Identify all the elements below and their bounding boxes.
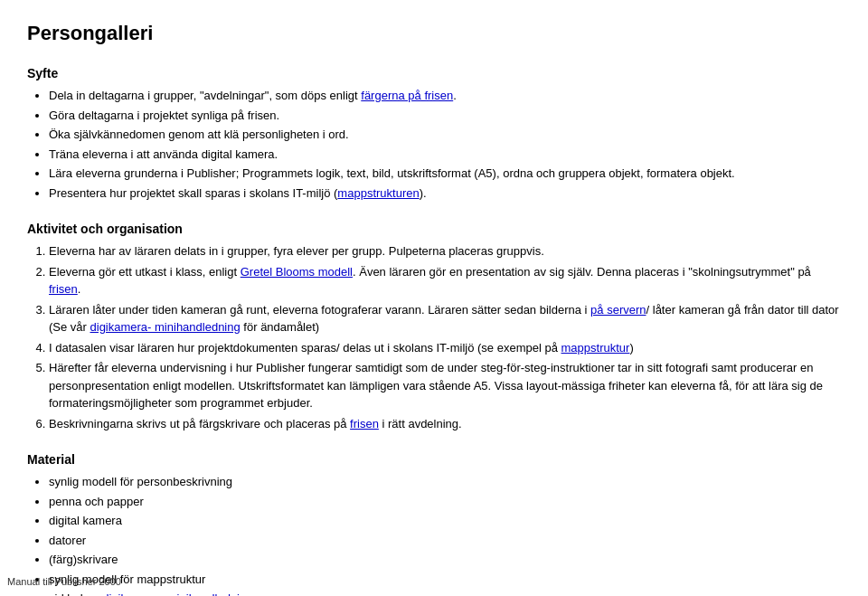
item5-text: Härefter får eleverna undervisning i hur… xyxy=(49,361,823,410)
list-item: synlig modell för personbeskrivning xyxy=(49,473,841,491)
item2-before: Eleverna gör ett utkast i klass, enligt xyxy=(49,265,241,279)
footer-text: Manual till Publisher 2000 xyxy=(7,576,121,587)
bullet5-text: Lära eleverna grunderna i Publisher; Pro… xyxy=(49,166,735,180)
list-item: (färg)skrivare xyxy=(49,551,841,569)
item3-before: Läraren låter under tiden kameran gå run… xyxy=(49,303,590,317)
frisen-link-6[interactable]: frisen xyxy=(350,417,379,430)
item2-mid: . Även läraren gör en presentation av si… xyxy=(353,265,811,279)
list-item: Presentera hur projektet skall sparas i … xyxy=(49,184,841,203)
aktivitet-heading: Aktivitet och organisation xyxy=(27,220,841,239)
list-item: Härefter får eleverna undervisning i hur… xyxy=(49,359,841,412)
mat1: synlig modell för personbeskrivning xyxy=(49,475,232,488)
syfte-heading: Syfte xyxy=(27,64,841,83)
item4-after: ) xyxy=(629,341,633,355)
list-item: Göra deltagarna i projektet synliga på f… xyxy=(49,107,841,125)
mat7-before: vid behov xyxy=(49,591,102,596)
mat5: (färg)skrivare xyxy=(49,553,118,566)
list-item: digital kamera xyxy=(49,512,841,530)
mat2: penna och papper xyxy=(49,495,144,508)
bullet6-suffix: ). xyxy=(420,186,427,200)
item1-text: Eleverna har av läraren delats in i grup… xyxy=(49,244,544,258)
item6-after: i rätt avdelning. xyxy=(379,417,462,430)
item6-before: Beskrivningarna skrivs ut på färgskrivar… xyxy=(49,417,350,430)
bullet3-text: Öka självkännedomen genom att klä person… xyxy=(49,128,349,141)
syfte-list: Dela in deltagarna i grupper, "avdelning… xyxy=(49,87,841,202)
mappstruktur-link[interactable]: mappstruktur xyxy=(561,341,630,355)
digikamera-mini-link-2[interactable]: digikamera- minihandledning xyxy=(102,591,252,596)
gretel-blooms-link[interactable]: Gretel Blooms modell xyxy=(241,265,353,279)
digikamera-mini-link[interactable]: digikamera- minihandledning xyxy=(90,320,241,334)
item2-after: . xyxy=(78,282,81,296)
footer-note: Manual till Publisher 2000 xyxy=(7,574,121,590)
bullet1-text: Dela in deltagarna i grupper, "avdelning… xyxy=(49,89,361,102)
mat4: datorer xyxy=(49,534,86,547)
bullet6-text: Presentera hur projektet skall sparas i … xyxy=(49,186,337,200)
farger-link[interactable]: färgerna på frisen xyxy=(361,89,453,102)
mat3: digital kamera xyxy=(49,514,122,527)
frisen-link-2[interactable]: frisen xyxy=(49,282,78,296)
item3-after: för ändamålet) xyxy=(241,320,319,334)
list-item: vid behov digikamera- minihandledning xyxy=(49,590,841,596)
aktivitet-list: Eleverna har av läraren delats in i grup… xyxy=(49,242,841,432)
list-item: Öka självkännedomen genom att klä person… xyxy=(49,126,841,144)
list-item: I datasalen visar läraren hur projektdok… xyxy=(49,339,841,357)
list-item: Läraren låter under tiden kameran gå run… xyxy=(49,301,841,336)
bullet2-text: Göra deltagarna i projektet synliga på f… xyxy=(49,109,279,122)
list-item: synlig modell för mappstruktur xyxy=(49,571,841,589)
list-item: Lära eleverna grunderna i Publisher; Pro… xyxy=(49,165,841,183)
list-item: Eleverna gör ett utkast i klass, enligt … xyxy=(49,263,841,298)
aktivitet-section: Aktivitet och organisation Eleverna har … xyxy=(27,220,841,432)
page-title: Persongalleri xyxy=(27,18,841,48)
list-item: Dela in deltagarna i grupper, "avdelning… xyxy=(49,87,841,105)
bullet1-suffix: . xyxy=(453,89,457,102)
bullet4-text: Träna eleverna i att använda digital kam… xyxy=(49,147,278,161)
material-list: synlig modell för personbeskrivning penn… xyxy=(49,473,841,596)
list-item: penna och papper xyxy=(49,493,841,511)
mappstrukturen-link[interactable]: mappstrukturen xyxy=(337,186,419,200)
list-item: datorer xyxy=(49,532,841,550)
syfte-section: Syfte Dela in deltagarna i grupper, "avd… xyxy=(27,64,841,202)
material-heading: Material xyxy=(27,450,841,469)
pa-servern-link[interactable]: på servern xyxy=(590,303,646,317)
material-section: Material synlig modell för personbeskriv… xyxy=(27,450,841,596)
list-item: Beskrivningarna skrivs ut på färgskrivar… xyxy=(49,415,841,433)
list-item: Eleverna har av läraren delats in i grup… xyxy=(49,242,841,260)
list-item: Träna eleverna i att använda digital kam… xyxy=(49,146,841,164)
item4-before: I datasalen visar läraren hur projektdok… xyxy=(49,341,561,355)
